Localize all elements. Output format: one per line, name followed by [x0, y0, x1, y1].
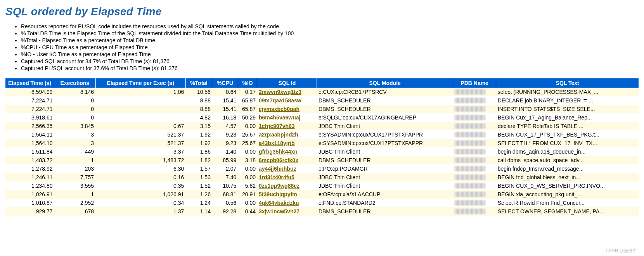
- notes-list: Resources reported for PL/SQL code inclu…: [21, 23, 639, 71]
- cell-pdb: [453, 113, 496, 122]
- cell-exec: 1: [54, 190, 96, 199]
- table-row: 1,026.9111,026.911.2668.8120.915t39uchjq…: [5, 190, 639, 199]
- table-row: 1,483.7211,483.721.8285.993.186mcpb06rct…: [5, 156, 639, 164]
- sqlid-link[interactable]: 1cfrjc907vh63: [259, 123, 295, 129]
- cell-ptotal: 8.88: [185, 96, 212, 105]
- redacted-blur: [454, 200, 485, 206]
- cell-module: JDBC Thin Client: [317, 182, 453, 190]
- cell-module: e:FND:cp:STANDARD2: [317, 199, 453, 207]
- redacted-blur: [454, 123, 485, 129]
- cell-pcpu: 9.23: [212, 130, 238, 139]
- cell-sqlid: b6m4h5va6wuaj: [257, 113, 317, 122]
- cell-sqlid: 4qk64ybakdzku: [257, 199, 317, 207]
- table-row: 1,246.117,7570.161.537.400.001rd31t40r4f…: [5, 173, 639, 182]
- sqlid-link[interactable]: cjymsxbcb0pah: [259, 106, 299, 112]
- cell-pcpu: 2.07: [212, 164, 238, 173]
- redacted-blur: [454, 106, 485, 112]
- cell-text: BEGIN fnd_global.bless_next_in...: [496, 173, 639, 182]
- cell-ptotal: 10.56: [185, 88, 212, 96]
- cell-ptotal: 1.57: [185, 164, 212, 173]
- cell-pcpu: 1.40: [212, 147, 238, 156]
- cell-exec: 3: [54, 130, 96, 139]
- cell-pcpu: 10.75: [212, 182, 238, 190]
- col-header: SQL Id: [257, 78, 317, 88]
- cell-perexec: 1.06: [95, 88, 185, 96]
- table-row: 1,010.872,9520.341.240.560.004qk64ybakdz…: [5, 199, 639, 207]
- sqlid-link[interactable]: 6mcpb06rctk0x: [259, 157, 298, 163]
- cell-ptotal: 1.92: [185, 130, 212, 139]
- cell-module: e:SQLGL:cp:cux/CUX17AGINGBALREP: [317, 113, 453, 122]
- cell-pcpu: 68.81: [212, 190, 238, 199]
- cell-perexec: 0.16: [95, 173, 185, 182]
- header-row: Elapsed Time (s)ExecutionsElapsed Time p…: [5, 78, 639, 88]
- cell-perexec: 521.37: [95, 130, 185, 139]
- note-item: Resources reported for PL/SQL code inclu…: [21, 23, 639, 29]
- cell-elapsed: 1,010.87: [5, 199, 54, 207]
- cell-module: DBMS_SCHEDULER: [317, 207, 453, 216]
- cell-text: DECLARE job BINARY_INTEGER := ...: [496, 96, 639, 105]
- cell-sqlid: 0zs1gp9wg88cz: [257, 182, 317, 190]
- cell-text: Select R.Rowid From Fnd_Concur...: [496, 199, 639, 207]
- col-header: Elapsed Time per Exec (s): [95, 78, 185, 88]
- cell-perexec: 1,026.91: [95, 190, 185, 199]
- cell-text: SELECT TH.* FROM CUX_17_INV_TX...: [496, 139, 639, 147]
- table-row: 7,224.7108.8815.4165.8709m7qaa158aswDBMS…: [5, 96, 639, 105]
- table-row: 1,511.844493.371.861.400.00gfrbg35hk44xn…: [5, 147, 639, 156]
- cell-sqlid: 1cfrjc907vh63: [257, 122, 317, 130]
- cell-exec: 1: [54, 156, 96, 164]
- sqlid-link[interactable]: a43bx118yjrjb: [259, 140, 295, 146]
- cell-pcpu: 15.41: [212, 105, 238, 113]
- cell-pio: 20.91: [238, 190, 257, 199]
- cell-exec: 7,757: [54, 173, 96, 182]
- redacted-blur: [454, 175, 485, 180]
- cell-sqlid: 3xjw1ncw5vh27: [257, 207, 317, 216]
- sqlid-link[interactable]: gfrbg35hk44xn: [259, 149, 298, 155]
- cell-ptotal: 1.92: [185, 139, 212, 147]
- cell-exec: 2,952: [54, 199, 96, 207]
- sqlid-link[interactable]: 5t39uchjqpyfm: [259, 191, 297, 197]
- cell-module: e:SYSADMIN:cp:cux/CUX17PTSTXFAPPR: [317, 139, 453, 147]
- note-item: %CPU - CPU Time as a percentage of Elaps…: [21, 44, 639, 50]
- cell-elapsed: 1,483.72: [5, 156, 54, 164]
- sqlid-link[interactable]: 4qk64ybakdzku: [259, 200, 299, 206]
- sqlid-link[interactable]: b6m4h5va6wuaj: [259, 114, 300, 121]
- cell-module: e:PO:cp:PODAMGR: [317, 164, 453, 173]
- cell-pdb: [453, 190, 496, 199]
- cell-pio: 5.82: [238, 182, 257, 190]
- sqlid-link[interactable]: 3xjw1ncw5vh27: [259, 208, 299, 214]
- note-item: % Total DB Time is the Elapsed Time of t…: [21, 30, 639, 36]
- cell-pcpu: 0.56: [212, 199, 238, 207]
- sqlid-link[interactable]: 09m7qaa158asw: [259, 97, 301, 104]
- table-row: 8,594.998,1461.0610.560.640.172mwvn9xwq1…: [5, 88, 639, 96]
- note-item: Captured SQL account for 34.7% of Total …: [21, 58, 639, 64]
- table-row: 1,278.922036.301.572.070.00ay44jj6hphbuz…: [5, 164, 639, 173]
- cell-exec: 203: [54, 164, 96, 173]
- cell-elapsed: 2,566.35: [5, 122, 54, 130]
- sqlid-link[interactable]: 2mwvn9xwq1tz3: [259, 89, 301, 95]
- cell-module: DBMS_SCHEDULER: [317, 96, 453, 105]
- cell-exec: 0: [54, 96, 96, 105]
- redacted-blur: [454, 157, 485, 163]
- col-header: %CPU: [212, 78, 238, 88]
- table-row: 1,564.103521.371.929.2325.67a43bx118yjrj…: [5, 139, 639, 147]
- cell-pio: 0.00: [238, 199, 257, 207]
- note-item: %IO - User I/O Time as a percentage of E…: [21, 51, 639, 57]
- cell-text: BEGIN CUX_17_PTS_TXF_BES_PKG.t...: [496, 130, 639, 139]
- redacted-blur: [454, 132, 485, 137]
- cell-perexec: 521.37: [95, 139, 185, 147]
- sqlid-link[interactable]: a2qxaabpjnd2h: [259, 131, 298, 138]
- cell-pio: 25.67: [238, 130, 257, 139]
- sqlid-link[interactable]: ay44jj6hphbuz: [259, 166, 296, 172]
- cell-elapsed: 1,564.10: [5, 139, 54, 147]
- cell-ptotal: 1.52: [185, 182, 212, 190]
- cell-ptotal: 4.82: [185, 113, 212, 122]
- cell-module: e:OFA:cp:xla/XLAACCUP: [317, 190, 453, 199]
- cell-sqlid: 09m7qaa158asw: [257, 96, 317, 105]
- table-row: 7,224.7108.8815.4165.87cjymsxbcb0pahDBMS…: [5, 105, 639, 113]
- sqlid-link[interactable]: 0zs1gp9wg88cz: [259, 183, 299, 189]
- cell-pdb: [453, 207, 496, 216]
- cell-module: DBMS_SCHEDULER: [317, 105, 453, 113]
- cell-pcpu: 9.23: [212, 139, 238, 147]
- sqlid-link[interactable]: 1rd31t40r4fu5: [259, 174, 294, 180]
- cell-ptotal: 8.88: [185, 105, 212, 113]
